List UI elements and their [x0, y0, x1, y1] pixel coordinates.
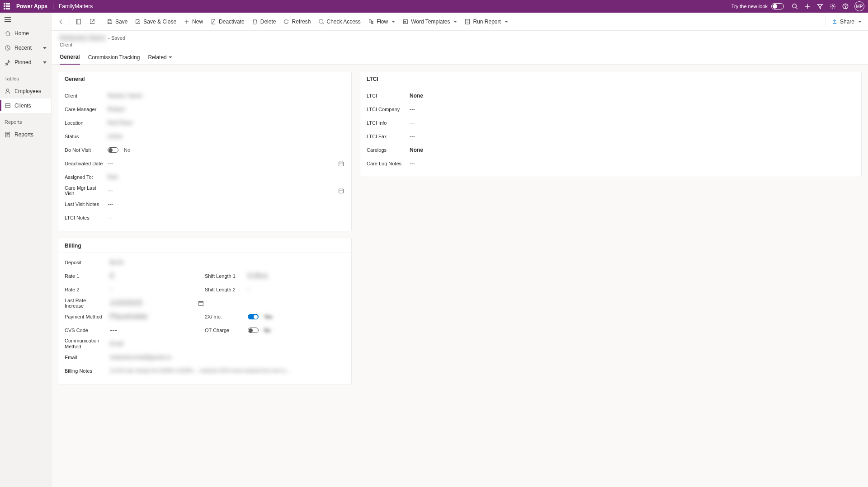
field-billing-notes-value[interactable]: 11/1/24 rate change from $28/hr to $29/h…: [110, 368, 345, 374]
tab-general[interactable]: General: [60, 51, 80, 65]
check-access-label: Check Access: [327, 19, 361, 25]
settings-icon[interactable]: [827, 1, 838, 12]
field-ltci-notes-value[interactable]: ---: [108, 215, 345, 221]
card-icon: [5, 103, 11, 109]
field-cvs-code-value[interactable]: ---: [110, 326, 205, 334]
calendar-icon[interactable]: [198, 300, 204, 306]
do-not-visit-toggle[interactable]: [108, 147, 118, 153]
field-2xmo-value[interactable]: Yes: [248, 314, 345, 319]
field-deactivated-date-value[interactable]: ---: [108, 160, 345, 167]
field-ot-charge-value[interactable]: No: [248, 328, 345, 333]
field-care-log-notes-value[interactable]: ---: [410, 160, 855, 167]
svg-rect-27: [466, 19, 470, 24]
open-record-set-button[interactable]: [72, 14, 85, 29]
record-title: Redacted, Name: [60, 34, 105, 41]
user-avatar[interactable]: MP: [854, 1, 864, 11]
field-location-label: Location: [65, 120, 108, 126]
tab-related[interactable]: Related: [148, 51, 172, 64]
nav-home[interactable]: Home: [0, 26, 51, 41]
tab-related-label: Related: [148, 54, 166, 61]
form-body: General ClientRedact, Name Care ManagerR…: [52, 65, 868, 487]
word-templates-button[interactable]: Word Templates: [399, 14, 461, 29]
save-close-button[interactable]: Save & Close: [131, 14, 180, 29]
new-button[interactable]: New: [180, 14, 207, 29]
try-new-look-toggle[interactable]: [771, 3, 784, 9]
field-shift2-value[interactable]: -: [248, 286, 345, 294]
field-care-manager-label: Care Manager: [65, 107, 108, 112]
delete-label: Delete: [260, 19, 276, 25]
svg-line-23: [212, 19, 215, 24]
calendar-icon[interactable]: [338, 188, 344, 194]
nav-recent[interactable]: Recent: [0, 41, 51, 55]
nav-pinned[interactable]: Pinned: [0, 55, 51, 70]
word-icon: [402, 19, 409, 25]
flow-button[interactable]: Flow: [364, 14, 399, 29]
svg-rect-19: [108, 22, 111, 23]
new-label: New: [192, 19, 203, 25]
field-location-value[interactable]: Red Place: [108, 120, 345, 126]
field-comm-method-value[interactable]: Email: [110, 341, 345, 347]
help-icon[interactable]: [840, 1, 851, 12]
delete-button[interactable]: Delete: [248, 14, 280, 29]
field-deposit-value[interactable]: $0.00: [110, 259, 345, 266]
open-new-window-button[interactable]: [85, 14, 99, 29]
panel-icon: [75, 19, 82, 25]
save-label: Save: [115, 19, 127, 25]
save-button[interactable]: Save: [103, 14, 131, 29]
sidebar: Home Recent Pinned Tables Employees Clie…: [0, 13, 52, 487]
field-do-not-visit-value[interactable]: No: [108, 147, 345, 153]
field-rate1-value[interactable]: 0: [110, 272, 205, 280]
svg-rect-30: [339, 162, 344, 166]
nav-reports[interactable]: Reports: [0, 127, 51, 142]
svg-point-24: [319, 19, 323, 23]
field-email-value[interactable]: redacted.email@gmail.co: [110, 354, 345, 361]
field-care-manager-value[interactable]: Redact: [108, 106, 345, 112]
field-carelogs-value[interactable]: None: [410, 147, 855, 153]
svg-point-0: [793, 4, 797, 8]
deactivate-button[interactable]: Deactivate: [207, 14, 248, 29]
hamburger-icon: [5, 17, 11, 22]
field-ltci-fax-value[interactable]: ---: [410, 133, 855, 140]
run-report-button[interactable]: Run Report: [461, 14, 511, 29]
field-last-rate-increase-label: Last Rate Increase: [65, 298, 110, 309]
two-x-mo-toggle[interactable]: [248, 314, 259, 319]
field-shift1-value[interactable]: 0.0hrs: [248, 272, 345, 280]
refresh-button[interactable]: Refresh: [279, 14, 314, 29]
field-ltci-value[interactable]: None: [410, 93, 855, 99]
svg-rect-34: [339, 189, 344, 193]
try-new-look[interactable]: Try the new look: [731, 3, 784, 9]
refresh-label: Refresh: [292, 19, 311, 25]
field-ltci-company-value[interactable]: ---: [410, 106, 855, 112]
field-deactivated-date-label: Deactivated Date: [65, 161, 108, 166]
sidebar-collapse-button[interactable]: [0, 13, 51, 26]
field-billing-notes-label: Billing Notes: [65, 368, 110, 374]
back-button[interactable]: [54, 14, 68, 29]
field-last-visit-notes-value[interactable]: ---: [108, 201, 345, 207]
chevron-down-icon: [453, 21, 457, 23]
app-launcher-icon[interactable]: [4, 3, 11, 10]
field-last-rate-increase-value[interactable]: 1/10/2023: [110, 299, 205, 307]
field-payment-method-value[interactable]: Placeholder: [110, 313, 205, 321]
pin-icon: [5, 59, 11, 66]
nav-clients[interactable]: Clients: [0, 98, 51, 113]
nav-home-label: Home: [14, 30, 29, 37]
tab-commission-tracking[interactable]: Commission Tracking: [88, 51, 140, 64]
avatar-initials: MP: [856, 4, 863, 9]
field-assigned-to-value[interactable]: Red: [108, 174, 345, 180]
field-client-value[interactable]: Redact, Name: [108, 93, 345, 99]
field-status-value[interactable]: Active: [108, 133, 345, 140]
ot-charge-toggle[interactable]: [248, 328, 259, 333]
field-last-visit-notes-label: Last Visit Notes: [65, 201, 108, 207]
field-ltci-info-value[interactable]: ---: [410, 120, 855, 126]
nav-employees[interactable]: Employees: [0, 84, 51, 98]
environment-name[interactable]: FamilyMatters: [59, 3, 93, 9]
field-rate2-value[interactable]: -: [110, 286, 205, 294]
check-access-button[interactable]: Check Access: [315, 14, 364, 29]
search-icon[interactable]: [789, 1, 800, 12]
share-button[interactable]: Share: [828, 14, 865, 29]
calendar-icon[interactable]: [338, 161, 344, 167]
svg-rect-38: [199, 301, 203, 305]
plus-icon[interactable]: [802, 1, 813, 12]
field-care-mgr-last-visit-value[interactable]: ---: [108, 187, 345, 194]
filter-icon[interactable]: [815, 1, 826, 12]
